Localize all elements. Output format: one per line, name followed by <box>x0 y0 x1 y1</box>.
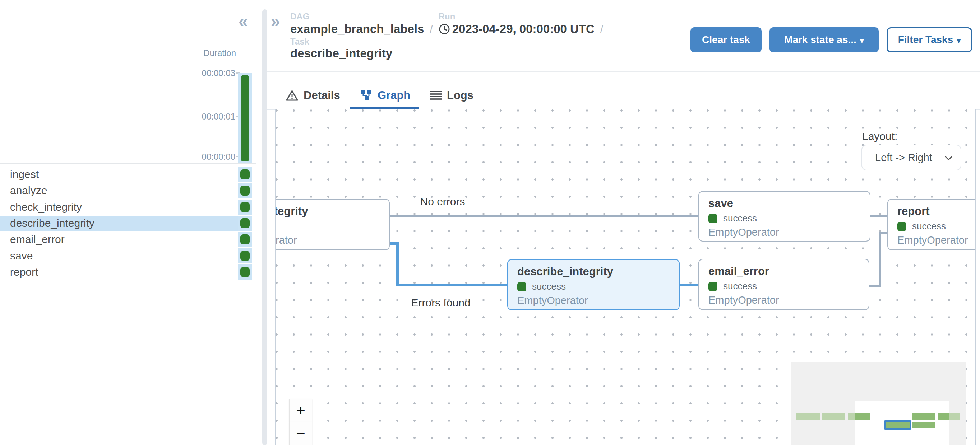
breadcrumb-run[interactable]: Run 2023-04-29, 00:00:00 UTC <box>439 22 595 36</box>
filter-tasks-label: Filter Tasks <box>898 34 953 45</box>
node-title: describe_integrity <box>517 265 679 279</box>
expand-panel-icon[interactable]: » <box>271 13 280 29</box>
minimap-node <box>938 413 950 420</box>
task-status-square[interactable] <box>240 202 250 212</box>
task-row[interactable]: report <box>0 264 252 280</box>
clock-icon <box>439 23 450 35</box>
task-name[interactable]: describe_integrity <box>10 216 94 231</box>
zoom-out-button[interactable]: − <box>289 422 312 445</box>
task-run-cell <box>238 248 252 263</box>
node-report[interactable]: report success EmptyOperator <box>887 199 976 250</box>
duration-axis-title: Duration <box>180 48 236 58</box>
task-name[interactable]: check_integrity <box>10 200 82 215</box>
task-name[interactable]: analyze <box>10 183 47 198</box>
grid-divider-line <box>0 280 256 280</box>
node-save[interactable]: save success EmptyOperator <box>698 191 870 242</box>
task-name[interactable]: email_error <box>10 232 65 247</box>
task-name[interactable]: report <box>10 264 38 280</box>
task-row[interactable]: email_error <box>0 232 252 247</box>
warning-triangle-icon <box>286 90 299 101</box>
tab-details-label: Details <box>304 89 340 102</box>
minimap-node <box>796 413 820 420</box>
edge-label-errors-found: Errors found <box>403 297 479 309</box>
graph-icon <box>360 89 372 101</box>
success-state-square <box>517 282 526 291</box>
tab-details[interactable]: Details <box>286 86 340 105</box>
minimap-node <box>950 413 960 420</box>
node-describe-integrity[interactable]: describe_integrity success EmptyOperator <box>507 259 680 310</box>
node-email-error[interactable]: email_error success EmptyOperator <box>698 259 869 310</box>
task-row[interactable]: save <box>0 248 252 263</box>
node-operator-label: EmptyOperator <box>517 295 679 306</box>
breadcrumb-dag[interactable]: DAG example_branch_labels <box>290 22 424 36</box>
task-status-square[interactable] <box>240 267 250 277</box>
breadcrumb: DAG example_branch_labels / Run 2023-04-… <box>290 21 603 37</box>
node-state-label: success <box>723 280 757 292</box>
edge-describe-to-email-selected <box>680 284 698 287</box>
run-duration-bar[interactable] <box>241 75 249 162</box>
task-status-square[interactable] <box>240 185 250 196</box>
duration-tick-label: 00:00:00 <box>178 152 235 162</box>
minimap-node <box>912 413 935 420</box>
zoom-in-button[interactable]: + <box>289 399 312 422</box>
duration-tick-label: 00:00:03 <box>178 68 235 78</box>
minimap-node <box>822 413 845 420</box>
mark-state-as-label: Mark state as... <box>784 34 856 45</box>
panel-resize-handle[interactable] <box>262 10 267 445</box>
task-run-cell <box>238 216 252 231</box>
filter-tasks-button[interactable]: Filter Tasks▾ <box>886 27 972 52</box>
edge-check-to-describe-selected <box>396 284 507 287</box>
grid-sidebar: « Duration 00:00:03 00:00:01 00:00:00 in… <box>0 0 262 445</box>
task-status-square[interactable] <box>240 234 250 244</box>
edge-check-to-save <box>390 215 698 217</box>
node-state-label: success <box>723 213 757 224</box>
task-row-selected[interactable]: describe_integrity <box>0 216 252 231</box>
task-row[interactable]: analyze <box>0 183 252 198</box>
tab-graph-label: Graph <box>377 89 410 102</box>
node-operator-label: EmptyOperator <box>275 234 389 246</box>
task-row[interactable]: check_integrity <box>0 200 252 215</box>
task-status-square[interactable] <box>240 169 250 179</box>
task-run-cell <box>238 232 252 247</box>
task-status-square[interactable] <box>240 218 250 228</box>
task-run-cell <box>238 167 252 182</box>
layout-direction-select[interactable]: Left -> Right <box>861 145 961 171</box>
collapse-panel-icon[interactable]: « <box>239 13 248 29</box>
dag-label: DAG <box>290 11 309 22</box>
task-name[interactable]: save <box>10 248 33 263</box>
header-divider-line <box>267 71 980 72</box>
task-status-square[interactable] <box>240 251 250 261</box>
airflow-task-page: « Duration 00:00:03 00:00:01 00:00:00 in… <box>0 0 980 445</box>
node-check-integrity[interactable]: check_integrity success EmptyOperator <box>275 199 390 250</box>
task-run-cell <box>238 200 252 215</box>
task-row[interactable]: ingest <box>0 167 252 182</box>
tab-graph[interactable]: Graph <box>360 86 410 105</box>
graph-minimap[interactable] <box>791 363 966 445</box>
task-run-cell <box>238 264 252 280</box>
edge-check-to-describe-selected <box>396 242 399 287</box>
node-operator-label: EmptyOperator <box>708 294 869 306</box>
breadcrumb-separator: / <box>430 23 433 35</box>
node-state-label: success <box>912 221 946 232</box>
edge-save-to-report <box>870 215 887 217</box>
minimap-node <box>912 422 935 428</box>
task-run-cell <box>238 183 252 198</box>
mark-state-as-button[interactable]: Mark state as...▾ <box>770 27 879 52</box>
breadcrumb-separator: / <box>600 23 603 35</box>
node-state-label: success <box>532 281 566 292</box>
node-title: check_integrity <box>275 204 389 218</box>
tab-logs[interactable]: Logs <box>430 86 474 105</box>
task-name[interactable]: ingest <box>10 167 39 182</box>
dag-graph-canvas[interactable]: Layout: Left -> Right No errors Errors f… <box>275 109 976 445</box>
node-operator-label: EmptyOperator <box>897 234 976 246</box>
task-title: describe_integrity <box>290 47 392 60</box>
clear-task-button[interactable]: Clear task <box>690 27 762 52</box>
dag-name[interactable]: example_branch_labels <box>290 22 424 36</box>
run-value[interactable]: 2023-04-29, 00:00:00 UTC <box>452 22 595 36</box>
node-title: email_error <box>708 264 869 278</box>
caret-down-icon: ▾ <box>957 36 961 45</box>
minimap-selected-node <box>884 420 912 429</box>
task-label: Task <box>290 36 309 47</box>
duration-tick-label: 00:00:01 <box>178 112 235 122</box>
logs-list-icon <box>430 90 442 100</box>
